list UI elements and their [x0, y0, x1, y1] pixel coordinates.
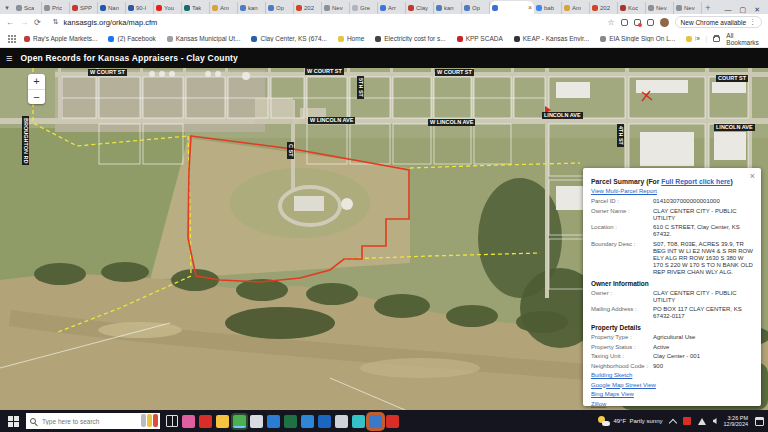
new-tab-button[interactable]: +: [702, 2, 714, 14]
notification-center-icon[interactable]: [755, 417, 764, 426]
tab-scroll-chevron-icon[interactable]: ▾: [0, 2, 14, 14]
bookmark-item[interactable]: Clay Center, KS (674...: [251, 35, 326, 42]
browser-tab[interactable]: Am: [562, 2, 590, 14]
network-icon[interactable]: [698, 418, 706, 425]
browser-tab[interactable]: Gre: [350, 2, 378, 14]
bookmark-star-icon[interactable]: ☆: [607, 18, 614, 27]
tab-favicon-icon: [536, 5, 542, 11]
new-chrome-button[interactable]: New Chrome available ⋮: [675, 16, 762, 28]
bookmark-item[interactable]: KPP: [686, 35, 696, 42]
browser-tab[interactable]: Nan: [98, 2, 126, 14]
site-info-icon[interactable]: ⇅: [53, 18, 59, 26]
volume-icon[interactable]: [713, 418, 717, 424]
start-button[interactable]: [0, 410, 26, 432]
bookmark-item[interactable]: Ray's Apple Markets...: [24, 35, 97, 42]
forward-icon[interactable]: →: [20, 18, 28, 27]
chrome-icon[interactable]: [233, 415, 246, 428]
bookmark-item[interactable]: KEAP - Kansas Envir...: [514, 35, 589, 42]
browser-tab[interactable]: kan: [434, 2, 462, 14]
bookmark-label: KPP SCADA: [466, 35, 503, 42]
tray-expand-icon[interactable]: [668, 418, 676, 426]
bookmark-item[interactable]: EIA Single Sign On L...: [600, 35, 675, 42]
panel-close-icon[interactable]: ×: [750, 171, 755, 181]
bookmark-item[interactable]: Home: [338, 35, 364, 42]
browser-tab[interactable]: Am: [210, 2, 238, 14]
globe-icon[interactable]: [335, 415, 348, 428]
multi-parcel-report-link[interactable]: View Multi-Parcel Report: [591, 188, 657, 194]
panel-row-value: 610 C STREET, Clay Center, KS 67432.: [653, 224, 753, 238]
browser-tab[interactable]: SPP: [70, 2, 98, 14]
teams-icon[interactable]: [369, 415, 382, 428]
outlook-icon[interactable]: [318, 415, 331, 428]
tab-close-icon[interactable]: ×: [528, 4, 532, 11]
chrome-menu-icon[interactable]: ⋮: [749, 18, 756, 26]
full-report-link[interactable]: Full Report click here: [661, 178, 730, 185]
browser-tab[interactable]: 202: [590, 2, 618, 14]
browser-tab[interactable]: Nev: [674, 2, 702, 14]
photos-icon[interactable]: [182, 415, 195, 428]
url-field[interactable]: ⇅ kansasgis.org/orka/map.cfm: [47, 16, 377, 28]
panel-link[interactable]: Building Sketch: [591, 372, 632, 378]
edge-icon[interactable]: [301, 415, 314, 428]
search-input[interactable]: [40, 417, 120, 426]
browser-tab[interactable]: 90-I: [126, 2, 154, 14]
panel-row-value: Active: [653, 344, 753, 351]
bookmark-item[interactable]: KPP SCADA: [457, 35, 503, 42]
apps-grid-icon[interactable]: [8, 35, 16, 43]
panel-row-value: Clay Center - 001: [653, 353, 753, 360]
extensions-icon[interactable]: [634, 19, 641, 26]
bookmark-item[interactable]: Electricity cost for s...: [375, 35, 445, 42]
mail-icon[interactable]: [267, 415, 280, 428]
tab-favicon-icon: [592, 5, 598, 11]
bookmark-label: Ray's Apple Markets...: [33, 35, 97, 42]
side-panel-icon[interactable]: [621, 19, 628, 26]
close-button[interactable]: ✕: [754, 6, 760, 14]
browser-tab[interactable]: ×: [490, 1, 534, 14]
browser-tab[interactable]: Pric: [42, 2, 70, 14]
downloads-icon[interactable]: [647, 19, 654, 26]
browser-tab[interactable]: Nev: [322, 2, 350, 14]
profile-avatar[interactable]: [660, 18, 669, 27]
all-bookmarks-label[interactable]: All Bookmarks: [726, 32, 760, 46]
parcel-summary-panel: × Parcel Summary (For Full Report click …: [583, 168, 761, 406]
acrobat-icon[interactable]: [199, 415, 212, 428]
edge-beta-icon[interactable]: [352, 415, 365, 428]
bookmark-item[interactable]: (2) Facebook: [108, 35, 155, 42]
panel-row: Mailing Address :PO BOX 117 CLAY CENTER,…: [591, 306, 753, 320]
back-icon[interactable]: ←: [6, 18, 14, 27]
browser-tab[interactable]: Sca: [14, 2, 42, 14]
excel-icon[interactable]: [284, 415, 297, 428]
task-view-icon[interactable]: [166, 415, 178, 427]
browser-tab[interactable]: Koc: [618, 2, 646, 14]
weather-widget[interactable]: 49°F Partly sunny: [598, 416, 662, 426]
browser-tab[interactable]: Arr: [378, 2, 406, 14]
browser-tab[interactable]: You: [154, 2, 182, 14]
browser-tab[interactable]: Clay: [406, 2, 434, 14]
zoom-out-button[interactable]: −: [28, 89, 45, 104]
browser-tab[interactable]: Nev: [646, 2, 674, 14]
bookmark-item[interactable]: Kansas Municipal Ut...: [167, 35, 241, 42]
browser-tab[interactable]: bab: [534, 2, 562, 14]
browser-tab[interactable]: 202: [294, 2, 322, 14]
panel-link[interactable]: Zillow: [591, 401, 606, 407]
maximize-button[interactable]: ▢: [740, 6, 747, 14]
panel-link[interactable]: Google Map Street View: [591, 382, 656, 388]
minimize-button[interactable]: —: [725, 6, 732, 14]
new-chrome-label: New Chrome available: [681, 19, 746, 26]
store-icon[interactable]: [250, 415, 263, 428]
file-explorer-icon[interactable]: [216, 415, 229, 428]
browser-tab[interactable]: Op: [266, 2, 294, 14]
tab-label: Koc: [628, 5, 638, 11]
taskbar-search[interactable]: [26, 413, 160, 429]
browser-tab[interactable]: Tak: [182, 2, 210, 14]
browser-tab[interactable]: Op: [462, 2, 490, 14]
clock[interactable]: 3:26 PM 12/9/2024: [724, 415, 748, 427]
menu-hamburger-icon[interactable]: ≡: [6, 52, 12, 64]
bookmarks-overflow-icon[interactable]: »: [696, 35, 700, 42]
tray-acrobat-icon[interactable]: [683, 417, 691, 425]
reload-icon[interactable]: ⟳: [34, 18, 41, 27]
zoom-in-button[interactable]: +: [28, 74, 45, 89]
acrobat-2-icon[interactable]: [386, 415, 399, 428]
browser-tab[interactable]: kan: [238, 2, 266, 14]
panel-link[interactable]: Bing Maps View: [591, 391, 634, 397]
